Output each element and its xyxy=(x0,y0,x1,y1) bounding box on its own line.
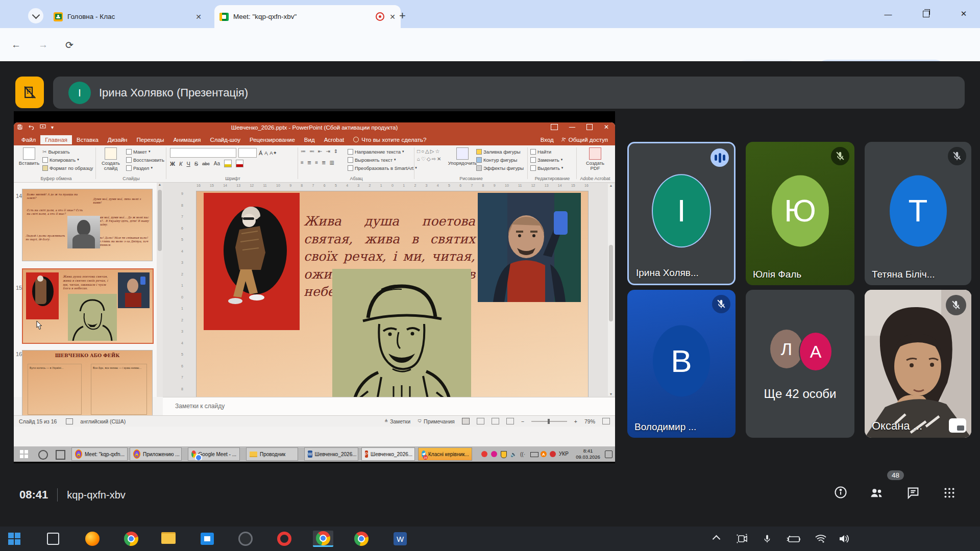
tray-pink-icon[interactable] xyxy=(491,451,497,457)
ppt-restore-button[interactable] xyxy=(586,124,593,130)
align-text-button[interactable]: Выровнять текст▾ xyxy=(348,156,417,164)
menu-design[interactable]: Дизайн xyxy=(103,135,132,144)
arrange-button[interactable]: Упорядочить xyxy=(451,147,474,166)
chat-panel-icon[interactable] xyxy=(906,486,920,500)
tab-close-icon[interactable]: ✕ xyxy=(389,13,396,21)
soldier-sketch-image[interactable] xyxy=(332,269,471,411)
chrome-secondary-icon[interactable] xyxy=(353,531,370,547)
tray-expand-icon[interactable] xyxy=(714,535,719,544)
slide-16-thumbnail[interactable]: ШЕВЧЕНКО АБО ФЕЙК Було колись — в Україн… xyxy=(22,350,153,422)
tray-opera-icon[interactable] xyxy=(481,451,487,457)
italic-button[interactable]: К xyxy=(179,161,182,167)
tray-red-icon[interactable] xyxy=(550,451,556,457)
shared-start-button[interactable] xyxy=(20,450,28,458)
select-button[interactable]: Выделить▾ xyxy=(530,164,563,172)
forward-button[interactable]: → xyxy=(38,36,56,54)
tab-meet-active[interactable]: Meet: "kqp-qxfn-xbv" ✕ xyxy=(214,5,401,28)
menu-insert[interactable]: Вставка xyxy=(72,135,103,144)
window-close-button[interactable]: ✕ xyxy=(953,6,974,21)
participant-tile-yuliia[interactable]: Ю Юлія Фаль xyxy=(746,142,854,285)
zoom-in-button[interactable]: + xyxy=(574,418,577,424)
opera-icon[interactable] xyxy=(276,531,292,547)
tray-speaker-icon[interactable]: 🔊 xyxy=(510,452,517,457)
menu-review[interactable]: Рецензирование xyxy=(245,135,300,144)
participant-tile-overflow[interactable]: Л А Ще 42 особи xyxy=(746,290,854,438)
replace-button[interactable]: Заменить▾ xyxy=(530,156,563,164)
slide-14-thumbnail[interactable]: Боже милий! А де ж та правда на землі? Д… xyxy=(22,189,153,261)
tray-shield-icon[interactable] xyxy=(501,451,507,458)
shared-app-word[interactable]: WШевченко_2026... xyxy=(304,447,358,461)
menu-slideshow[interactable]: Слайд-шоу xyxy=(205,135,245,144)
zoom-out-button[interactable]: − xyxy=(521,418,524,424)
shared-app-telegram-alert[interactable]: 16Класні керівник... xyxy=(418,447,472,461)
align-center-button[interactable]: ≣ xyxy=(307,160,311,165)
meeting-details-icon[interactable] xyxy=(834,485,848,499)
menu-transitions[interactable]: Переходы xyxy=(132,135,168,144)
ppt-close-button[interactable]: ✕ xyxy=(604,123,609,131)
slideshow-view-button[interactable] xyxy=(506,418,514,424)
participant-tile-oksana-video[interactable]: Оксана ... xyxy=(865,290,971,438)
case-button[interactable]: Аа xyxy=(214,161,220,166)
tray-wifi-icon[interactable] xyxy=(815,534,827,544)
notes-toggle[interactable]: ≜Заметки xyxy=(384,418,410,424)
people-panel-icon[interactable] xyxy=(869,485,884,500)
paste-button[interactable]: Вставить xyxy=(18,147,40,166)
participant-tile-volodymyr[interactable]: В Володимир ... xyxy=(627,290,736,438)
font-name-combo[interactable] xyxy=(170,148,236,158)
shadow-button[interactable]: S xyxy=(194,161,198,167)
menu-acrobat[interactable]: Acrobat xyxy=(320,135,349,144)
reading-view-button[interactable] xyxy=(492,418,499,424)
firefox-icon[interactable] xyxy=(84,531,101,547)
menu-animations[interactable]: Анимация xyxy=(168,135,205,144)
slide-scrollbar[interactable]: ▲ ▼ xyxy=(608,184,614,396)
highlight-color-button[interactable] xyxy=(224,160,232,167)
indent-less-button[interactable]: ⇤ xyxy=(318,148,322,154)
bold-button[interactable]: Ж xyxy=(170,161,175,167)
strike-button[interactable]: abc xyxy=(202,161,210,166)
presentation-warning-icon[interactable] xyxy=(15,77,44,108)
new-tab-button[interactable]: + xyxy=(399,9,406,22)
reset-button[interactable]: Восстановить xyxy=(126,156,164,164)
task-view-button[interactable] xyxy=(45,531,61,547)
cut-button[interactable]: ✂Вырезать xyxy=(42,147,93,156)
window-minimize-button[interactable]: — xyxy=(878,6,898,21)
align-right-button[interactable]: ≡ xyxy=(315,160,318,165)
ms-store-icon[interactable] xyxy=(199,531,215,547)
find-button[interactable]: Найти xyxy=(530,147,563,156)
status-language[interactable]: английский (США) xyxy=(80,418,126,424)
shrink-font-button[interactable]: А̦ xyxy=(264,149,267,157)
bullets-button[interactable]: ≔ xyxy=(301,148,306,154)
slide-sorter-button[interactable] xyxy=(477,418,484,424)
chrome-active-icon[interactable] xyxy=(313,531,333,547)
tray-speaker-icon[interactable] xyxy=(838,534,850,544)
shared-clock[interactable]: 8:4109.03.2026 xyxy=(573,448,603,460)
new-slide-button[interactable]: Создать слайд xyxy=(99,147,123,171)
sign-in-button[interactable]: Вход xyxy=(541,137,554,143)
line-spacing-button[interactable]: ⇕ xyxy=(334,148,338,154)
shared-search-icon[interactable] xyxy=(38,450,48,460)
shared-app-explorer[interactable]: Проводник xyxy=(246,447,298,461)
indent-more-button[interactable]: ⇥ xyxy=(326,148,330,154)
shared-app-permission[interactable]: 🔒Приложению ... xyxy=(130,447,182,461)
font-color-button[interactable] xyxy=(236,160,243,167)
tray-camera-icon[interactable] xyxy=(737,534,749,544)
menu-view[interactable]: Вид xyxy=(300,135,320,144)
window-restore-button[interactable] xyxy=(916,6,936,21)
tell-me-box[interactable]: Что вы хотите сделать? xyxy=(349,135,431,144)
back-button[interactable]: ← xyxy=(11,36,29,54)
shared-app-meet[interactable]: 🔒Meet: "kqp-qxfn... xyxy=(71,447,128,461)
shared-taskview-icon[interactable] xyxy=(56,450,65,460)
chrome-icon[interactable] xyxy=(123,531,139,547)
grow-font-button[interactable]: А́ xyxy=(259,149,262,157)
dark-app-icon[interactable] xyxy=(237,531,254,547)
font-size-combo[interactable] xyxy=(238,148,257,158)
layout-button[interactable]: Макет▾ xyxy=(126,147,164,156)
apps-grid-icon[interactable] xyxy=(943,486,956,499)
copy-button[interactable]: Копировать▾ xyxy=(42,156,93,164)
pip-icon[interactable] xyxy=(949,418,966,433)
comments-toggle[interactable]: 🗨Примечания xyxy=(418,418,455,424)
zoom-level[interactable]: 79% xyxy=(584,418,595,424)
start-button[interactable] xyxy=(6,531,22,547)
justify-button[interactable]: ≣ xyxy=(322,160,326,165)
text-direction-button[interactable]: Направление текста▾ xyxy=(348,147,417,156)
